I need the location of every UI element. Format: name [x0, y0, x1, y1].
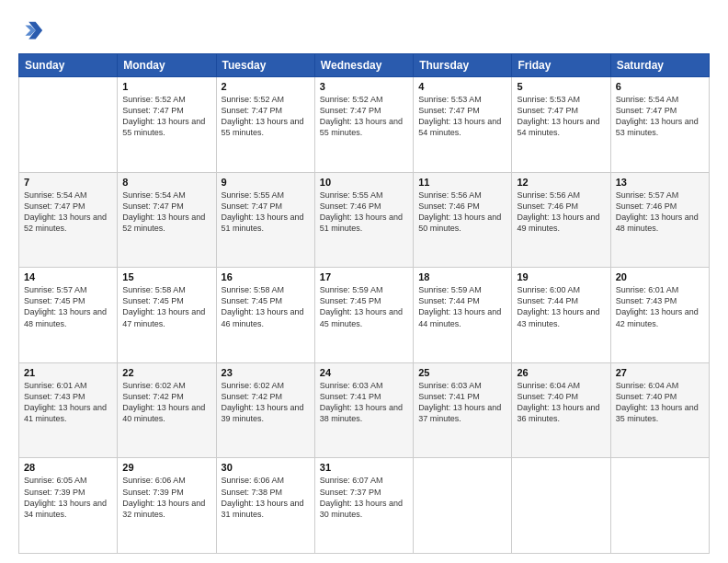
day-number: 12	[517, 177, 605, 188]
day-info: Sunrise: 5:52 AMSunset: 7:47 PMDaylight:…	[222, 94, 310, 139]
calendar-cell: 11Sunrise: 5:56 AMSunset: 7:46 PMDayligh…	[414, 172, 512, 268]
calendar-cell: 10Sunrise: 5:55 AMSunset: 7:46 PMDayligh…	[314, 172, 413, 268]
day-info: Sunrise: 6:00 AMSunset: 7:44 PMDaylight:…	[517, 284, 605, 329]
day-info: Sunrise: 5:54 AMSunset: 7:47 PMDaylight:…	[616, 94, 704, 139]
day-info: Sunrise: 5:59 AMSunset: 7:45 PMDaylight:…	[320, 284, 408, 329]
day-info: Sunrise: 5:55 AMSunset: 7:46 PMDaylight:…	[320, 190, 408, 235]
day-number: 7	[24, 177, 112, 188]
day-number: 18	[418, 271, 506, 282]
day-number: 30	[222, 462, 310, 473]
calendar-cell: 31Sunrise: 6:07 AMSunset: 7:37 PMDayligh…	[314, 458, 413, 554]
day-info: Sunrise: 6:02 AMSunset: 7:42 PMDaylight:…	[222, 380, 310, 425]
day-number: 27	[616, 367, 704, 378]
calendar-cell: 14Sunrise: 5:57 AMSunset: 7:45 PMDayligh…	[19, 268, 118, 363]
weekday-thursday: Thursday	[414, 54, 512, 77]
day-number: 28	[24, 462, 112, 473]
calendar-cell: 18Sunrise: 5:59 AMSunset: 7:44 PMDayligh…	[414, 268, 512, 363]
day-info: Sunrise: 6:03 AMSunset: 7:41 PMDaylight:…	[418, 380, 506, 425]
day-info: Sunrise: 5:56 AMSunset: 7:46 PMDaylight:…	[517, 190, 605, 235]
weekday-header-row: SundayMondayTuesdayWednesdayThursdayFrid…	[19, 54, 710, 77]
day-info: Sunrise: 6:04 AMSunset: 7:40 PMDaylight:…	[517, 380, 605, 425]
calendar-cell: 20Sunrise: 6:01 AMSunset: 7:43 PMDayligh…	[610, 268, 709, 363]
day-number: 23	[222, 367, 310, 378]
calendar-cell: 6Sunrise: 5:54 AMSunset: 7:47 PMDaylight…	[610, 77, 709, 173]
day-info: Sunrise: 5:54 AMSunset: 7:47 PMDaylight:…	[122, 190, 210, 235]
calendar-week-4: 21Sunrise: 6:01 AMSunset: 7:43 PMDayligh…	[19, 362, 710, 458]
day-info: Sunrise: 5:55 AMSunset: 7:47 PMDaylight:…	[222, 190, 310, 235]
day-number: 10	[320, 177, 408, 188]
day-info: Sunrise: 5:54 AMSunset: 7:47 PMDaylight:…	[24, 190, 112, 235]
calendar-cell: 17Sunrise: 5:59 AMSunset: 7:45 PMDayligh…	[314, 268, 413, 363]
day-info: Sunrise: 5:57 AMSunset: 7:45 PMDaylight:…	[24, 284, 112, 329]
calendar-cell	[414, 458, 512, 554]
calendar-week-1: 1Sunrise: 5:52 AMSunset: 7:47 PMDaylight…	[19, 77, 710, 173]
weekday-sunday: Sunday	[19, 54, 118, 77]
weekday-tuesday: Tuesday	[216, 54, 314, 77]
calendar-cell: 5Sunrise: 5:53 AMSunset: 7:47 PMDaylight…	[512, 77, 610, 173]
logo	[18, 18, 48, 44]
day-info: Sunrise: 6:06 AMSunset: 7:38 PMDaylight:…	[222, 475, 310, 520]
day-info: Sunrise: 6:03 AMSunset: 7:41 PMDaylight:…	[320, 380, 408, 425]
day-info: Sunrise: 5:57 AMSunset: 7:46 PMDaylight:…	[616, 190, 704, 235]
page: SundayMondayTuesdayWednesdayThursdayFrid…	[0, 0, 728, 563]
day-number: 24	[320, 367, 408, 378]
calendar-cell: 1Sunrise: 5:52 AMSunset: 7:47 PMDaylight…	[118, 77, 216, 173]
calendar-table: SundayMondayTuesdayWednesdayThursdayFrid…	[18, 53, 710, 554]
day-info: Sunrise: 5:53 AMSunset: 7:47 PMDaylight:…	[418, 94, 506, 139]
day-info: Sunrise: 5:59 AMSunset: 7:44 PMDaylight:…	[418, 284, 506, 329]
day-number: 21	[24, 367, 112, 378]
day-number: 8	[122, 177, 210, 188]
calendar-cell: 23Sunrise: 6:02 AMSunset: 7:42 PMDayligh…	[216, 362, 314, 458]
day-number: 13	[616, 177, 704, 188]
day-info: Sunrise: 5:52 AMSunset: 7:47 PMDaylight:…	[320, 94, 408, 139]
calendar-cell: 4Sunrise: 5:53 AMSunset: 7:47 PMDaylight…	[414, 77, 512, 173]
day-number: 17	[320, 271, 408, 282]
calendar-cell: 13Sunrise: 5:57 AMSunset: 7:46 PMDayligh…	[610, 172, 709, 268]
day-info: Sunrise: 6:02 AMSunset: 7:42 PMDaylight:…	[122, 380, 210, 425]
day-info: Sunrise: 6:01 AMSunset: 7:43 PMDaylight:…	[24, 380, 112, 425]
day-info: Sunrise: 6:07 AMSunset: 7:37 PMDaylight:…	[320, 475, 408, 520]
calendar-cell: 21Sunrise: 6:01 AMSunset: 7:43 PMDayligh…	[19, 362, 118, 458]
day-number: 25	[418, 367, 506, 378]
calendar-cell: 15Sunrise: 5:58 AMSunset: 7:45 PMDayligh…	[118, 268, 216, 363]
calendar-cell: 16Sunrise: 5:58 AMSunset: 7:45 PMDayligh…	[216, 268, 314, 363]
day-number: 6	[616, 81, 704, 92]
day-number: 20	[616, 271, 704, 282]
day-number: 31	[320, 462, 408, 473]
day-number: 9	[222, 177, 310, 188]
day-number: 5	[517, 81, 605, 92]
day-number: 16	[222, 271, 310, 282]
calendar-cell: 3Sunrise: 5:52 AMSunset: 7:47 PMDaylight…	[314, 77, 413, 173]
day-info: Sunrise: 6:05 AMSunset: 7:39 PMDaylight:…	[24, 475, 112, 520]
calendar-cell: 8Sunrise: 5:54 AMSunset: 7:47 PMDaylight…	[118, 172, 216, 268]
calendar-cell: 26Sunrise: 6:04 AMSunset: 7:40 PMDayligh…	[512, 362, 610, 458]
calendar-cell	[512, 458, 610, 554]
weekday-monday: Monday	[118, 54, 216, 77]
weekday-wednesday: Wednesday	[314, 54, 413, 77]
day-number: 3	[320, 81, 408, 92]
day-number: 11	[418, 177, 506, 188]
day-number: 29	[122, 462, 210, 473]
calendar-cell: 22Sunrise: 6:02 AMSunset: 7:42 PMDayligh…	[118, 362, 216, 458]
day-number: 26	[517, 367, 605, 378]
calendar-week-3: 14Sunrise: 5:57 AMSunset: 7:45 PMDayligh…	[19, 268, 710, 363]
day-number: 1	[122, 81, 210, 92]
calendar-cell: 9Sunrise: 5:55 AMSunset: 7:47 PMDaylight…	[216, 172, 314, 268]
day-info: Sunrise: 6:06 AMSunset: 7:39 PMDaylight:…	[122, 475, 210, 520]
header	[18, 18, 710, 44]
calendar-cell: 12Sunrise: 5:56 AMSunset: 7:46 PMDayligh…	[512, 172, 610, 268]
day-info: Sunrise: 5:52 AMSunset: 7:47 PMDaylight:…	[122, 94, 210, 139]
day-info: Sunrise: 5:56 AMSunset: 7:46 PMDaylight:…	[418, 190, 506, 235]
calendar-cell: 30Sunrise: 6:06 AMSunset: 7:38 PMDayligh…	[216, 458, 314, 554]
calendar-week-5: 28Sunrise: 6:05 AMSunset: 7:39 PMDayligh…	[19, 458, 710, 554]
calendar-cell: 2Sunrise: 5:52 AMSunset: 7:47 PMDaylight…	[216, 77, 314, 173]
day-info: Sunrise: 5:58 AMSunset: 7:45 PMDaylight:…	[222, 284, 310, 329]
weekday-friday: Friday	[512, 54, 610, 77]
day-number: 14	[24, 271, 112, 282]
day-number: 19	[517, 271, 605, 282]
calendar-cell: 28Sunrise: 6:05 AMSunset: 7:39 PMDayligh…	[19, 458, 118, 554]
calendar-cell: 25Sunrise: 6:03 AMSunset: 7:41 PMDayligh…	[414, 362, 512, 458]
calendar-cell	[610, 458, 709, 554]
day-number: 4	[418, 81, 506, 92]
calendar-cell: 7Sunrise: 5:54 AMSunset: 7:47 PMDaylight…	[19, 172, 118, 268]
